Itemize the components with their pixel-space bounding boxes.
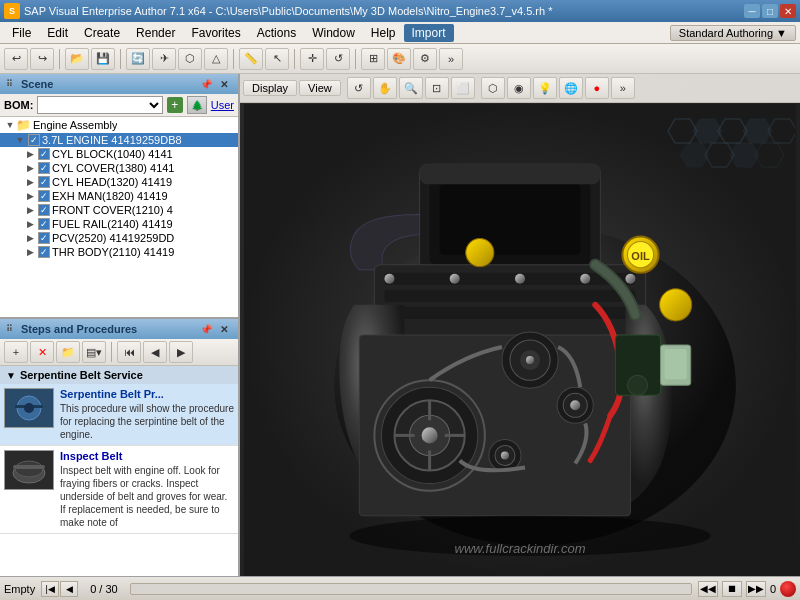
user-link[interactable]: User: [211, 99, 234, 111]
toolbar-view1[interactable]: 🔄: [126, 48, 150, 70]
toolbar-btn-1[interactable]: ↩: [4, 48, 28, 70]
toolbar-move[interactable]: ✛: [300, 48, 324, 70]
menu-import[interactable]: Import: [404, 24, 454, 42]
toolbar-color[interactable]: 🎨: [387, 48, 411, 70]
toolbar-save[interactable]: 💾: [91, 48, 115, 70]
toolbar-separator-2: [120, 49, 121, 69]
view-tb-more2[interactable]: »: [611, 77, 635, 99]
tree-check-1[interactable]: ✓: [38, 162, 50, 174]
tree-item-7[interactable]: ▶ ✓ THR BODY(2110) 41419: [0, 245, 238, 259]
view-tb-wire[interactable]: ⬡: [481, 77, 505, 99]
scene-panel-pin[interactable]: 📌: [198, 77, 214, 91]
bom-add-button[interactable]: +: [167, 97, 183, 113]
menu-favorites[interactable]: Favorites: [183, 24, 248, 42]
3d-viewport[interactable]: Display View ↺ ✋ 🔍 ⊡ ⬜ ⬡ ◉ 💡 🌐 ● »: [240, 74, 800, 576]
tree-item-1[interactable]: ▶ ✓ CYL COVER(1380) 4141: [0, 161, 238, 175]
svg-point-48: [627, 375, 647, 395]
tree-check-2[interactable]: ✓: [38, 176, 50, 188]
tree-check-3[interactable]: ✓: [38, 190, 50, 202]
tree-root[interactable]: ▼ 📁 Engine Assembly: [0, 117, 238, 133]
tree-item-4[interactable]: ▶ ✓ FRONT COVER(1210) 4: [0, 203, 238, 217]
tree-item-2[interactable]: ▶ ✓ CYL HEAD(1320) 41419: [0, 175, 238, 189]
toolbar-view4[interactable]: △: [204, 48, 228, 70]
steps-panel: ⠿ Steps and Procedures 📌 ✕ + ✕ 📁 ▤▾ ⏮ ◀ …: [0, 319, 238, 576]
toolbar-measure[interactable]: 📏: [239, 48, 263, 70]
toolbar-settings[interactable]: ⚙: [413, 48, 437, 70]
tree-check-7[interactable]: ✓: [38, 246, 50, 258]
tree-expand-6[interactable]: ▶: [24, 232, 36, 244]
steps-panel-close[interactable]: ✕: [216, 322, 232, 336]
tree-expand-4[interactable]: ▶: [24, 204, 36, 216]
view-tb-shade[interactable]: ◉: [507, 77, 531, 99]
toolbar-btn-2[interactable]: ↪: [30, 48, 54, 70]
step-item-1[interactable]: Inspect Belt Inspect belt with engine of…: [0, 446, 238, 534]
status-play-stop[interactable]: ⏹: [722, 581, 742, 597]
tree-expand-icon[interactable]: ▼: [4, 119, 16, 131]
steps-tb-first[interactable]: ⏮: [117, 341, 141, 363]
toolbar-rotate[interactable]: ↺: [326, 48, 350, 70]
status-nav-first[interactable]: |◀: [41, 581, 59, 597]
tree-expand-5[interactable]: ▶: [24, 218, 36, 230]
tree-item-3[interactable]: ▶ ✓ EXH MAN(1820) 41419: [0, 189, 238, 203]
view-tb-pan[interactable]: ✋: [373, 77, 397, 99]
view-tb-zoom[interactable]: 🔍: [399, 77, 423, 99]
steps-tb-folder[interactable]: 📁: [56, 341, 80, 363]
menu-actions[interactable]: Actions: [249, 24, 304, 42]
bom-select[interactable]: [37, 96, 162, 114]
steps-section-arrow[interactable]: ▼: [6, 370, 16, 381]
view-tb-bg[interactable]: ●: [585, 77, 609, 99]
tree-expand-1[interactable]: ▶: [24, 162, 36, 174]
menu-edit[interactable]: Edit: [39, 24, 76, 42]
view-tb-env[interactable]: 🌐: [559, 77, 583, 99]
tree-item-0[interactable]: ▶ ✓ CYL BLOCK(1040) 4141: [0, 147, 238, 161]
tree-expand-0[interactable]: ▶: [24, 148, 36, 160]
status-play-next[interactable]: ▶▶: [746, 581, 766, 597]
steps-tb-del[interactable]: ✕: [30, 341, 54, 363]
view-display-btn[interactable]: Display: [243, 80, 297, 96]
status-nav-prev[interactable]: ◀: [60, 581, 78, 597]
bom-tree-btn[interactable]: 🌲: [187, 96, 207, 114]
tree-item-6[interactable]: ▶ ✓ PCV(2520) 41419259DD: [0, 231, 238, 245]
steps-tb-prev[interactable]: ◀: [143, 341, 167, 363]
view-tb-rotate[interactable]: ↺: [347, 77, 371, 99]
toolbar-view2[interactable]: ✈: [152, 48, 176, 70]
minimize-button[interactable]: ─: [744, 4, 760, 18]
tree-expand-engine[interactable]: ▼: [14, 134, 26, 146]
menu-create[interactable]: Create: [76, 24, 128, 42]
tree-check-0[interactable]: ✓: [38, 148, 50, 160]
tree-item-5[interactable]: ▶ ✓ FUEL RAIL(2140) 41419: [0, 217, 238, 231]
tree-check-4[interactable]: ✓: [38, 204, 50, 216]
toolbar-open[interactable]: 📂: [65, 48, 89, 70]
menu-window[interactable]: Window: [304, 24, 363, 42]
tree-expand-3[interactable]: ▶: [24, 190, 36, 202]
close-button[interactable]: ✕: [780, 4, 796, 18]
view-tb-fit[interactable]: ⊡: [425, 77, 449, 99]
scene-panel-close[interactable]: ✕: [216, 77, 232, 91]
view-tb-light[interactable]: 💡: [533, 77, 557, 99]
view-view-btn[interactable]: View: [299, 80, 341, 96]
toolbar-more[interactable]: »: [439, 48, 463, 70]
toolbar-select[interactable]: ↖: [265, 48, 289, 70]
tree-expand-7[interactable]: ▶: [24, 246, 36, 258]
steps-tb-next[interactable]: ▶: [169, 341, 193, 363]
tree-expand-2[interactable]: ▶: [24, 176, 36, 188]
toolbar-view3[interactable]: ⬡: [178, 48, 202, 70]
menu-file[interactable]: File: [4, 24, 39, 42]
maximize-button[interactable]: □: [762, 4, 778, 18]
steps-tb-add[interactable]: +: [4, 341, 28, 363]
steps-tb-options[interactable]: ▤▾: [82, 341, 106, 363]
toolbar-explode[interactable]: ⊞: [361, 48, 385, 70]
menu-render[interactable]: Render: [128, 24, 183, 42]
tree-check-5[interactable]: ✓: [38, 218, 50, 230]
svg-rect-13: [420, 164, 601, 184]
menu-help[interactable]: Help: [363, 24, 404, 42]
view-tb-front[interactable]: ⬜: [451, 77, 475, 99]
tree-check-6[interactable]: ✓: [38, 232, 50, 244]
authoring-button[interactable]: Standard Authoring ▼: [670, 25, 796, 41]
status-play-prev[interactable]: ◀◀: [698, 581, 718, 597]
tree-check-engine[interactable]: ✓: [28, 134, 40, 146]
left-panel: ⠿ Scene 📌 ✕ BOM: + 🌲 User: [0, 74, 240, 576]
steps-panel-pin[interactable]: 📌: [198, 322, 214, 336]
tree-item-engine[interactable]: ▼ ✓ 3.7L ENGINE 41419259DB8: [0, 133, 238, 147]
step-item-0[interactable]: Serpentine Belt Pr... This procedure wil…: [0, 384, 238, 446]
